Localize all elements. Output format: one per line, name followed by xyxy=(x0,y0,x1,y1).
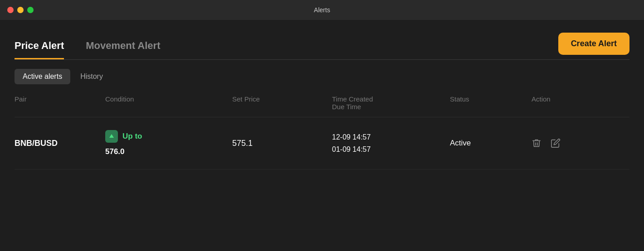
cell-time: 12-09 14:57 01-09 14:57 xyxy=(332,131,450,155)
main-tabs: Price Alert Movement Alert xyxy=(15,40,160,59)
tab-movement-alert[interactable]: Movement Alert xyxy=(86,40,160,59)
cell-condition: Up to 576.0 xyxy=(105,130,232,156)
table-row: BNB/BUSD Up to 576.0 575.1 12-09 14:57 0… xyxy=(15,117,629,169)
condition-top: Up to xyxy=(105,130,142,143)
tab-price-alert[interactable]: Price Alert xyxy=(15,40,64,59)
cell-pair: BNB/BUSD xyxy=(15,139,105,148)
cell-set-price: 575.1 xyxy=(232,139,332,148)
sub-tab-bar: Active alerts History xyxy=(15,60,629,84)
minimize-button[interactable] xyxy=(17,7,24,13)
window-title: Alerts xyxy=(314,6,330,14)
col-header-condition: Condition xyxy=(105,95,232,111)
col-header-action: Action xyxy=(532,95,629,111)
maximize-button[interactable] xyxy=(27,7,34,13)
titlebar: Alerts xyxy=(0,0,644,20)
col-header-time: Time CreatedDue Time xyxy=(332,95,450,111)
condition-label: Up to xyxy=(122,132,142,141)
alerts-table: Pair Condition Set Price Time CreatedDue… xyxy=(15,95,629,169)
time-due: 01-09 14:57 xyxy=(332,145,371,153)
col-header-status: Status xyxy=(450,95,532,111)
condition-value: 576.0 xyxy=(105,147,125,156)
table-header: Pair Condition Set Price Time CreatedDue… xyxy=(15,95,629,117)
main-content: Price Alert Movement Alert Create Alert … xyxy=(0,20,644,169)
cell-status: Active xyxy=(450,139,532,148)
main-tab-bar: Price Alert Movement Alert Create Alert xyxy=(15,20,629,60)
close-button[interactable] xyxy=(7,7,14,13)
cell-actions xyxy=(532,138,629,148)
col-header-set-price: Set Price xyxy=(232,95,332,111)
delete-icon[interactable] xyxy=(532,138,542,148)
sub-tab-history[interactable]: History xyxy=(72,69,111,84)
window-controls xyxy=(7,7,34,13)
col-header-pair: Pair xyxy=(15,95,105,111)
time-created: 12-09 14:57 xyxy=(332,133,371,141)
sub-tab-active-alerts[interactable]: Active alerts xyxy=(15,69,70,84)
create-alert-button[interactable]: Create Alert xyxy=(558,33,629,55)
up-arrow-icon xyxy=(105,130,118,143)
edit-icon[interactable] xyxy=(551,138,561,148)
